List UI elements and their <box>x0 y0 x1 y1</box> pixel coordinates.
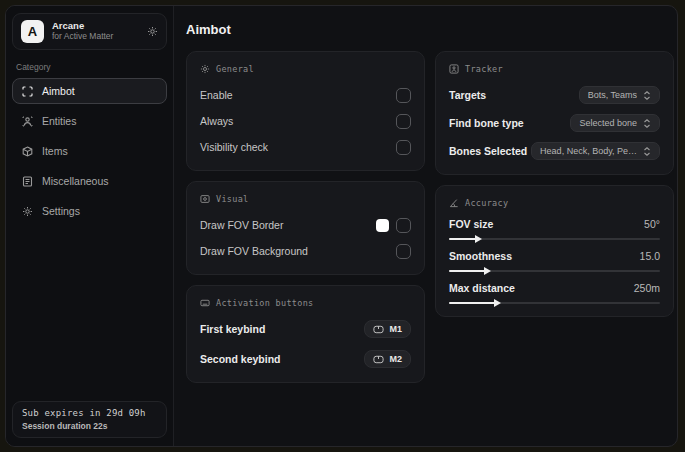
subscription-status: Sub expires in 29d 09h Session duration … <box>12 401 167 438</box>
brand-card: A Arcane for Active Matter <box>12 13 167 50</box>
sidebar-item-label: Aimbot <box>42 85 75 97</box>
enable-checkbox[interactable] <box>396 88 411 103</box>
fov-border-checkbox[interactable] <box>396 218 411 233</box>
panel-title: General <box>216 64 254 74</box>
first-keybind-button[interactable]: M1 <box>364 320 411 338</box>
setting-row-always: Always <box>200 110 411 132</box>
targets-dropdown[interactable]: Bots, Teams <box>579 86 660 104</box>
gear-icon <box>22 206 33 217</box>
slider-thumb[interactable] <box>484 267 491 275</box>
general-panel: General Enable Always Visibility check <box>186 51 425 171</box>
visibility-check-checkbox[interactable] <box>396 140 411 155</box>
scan-icon <box>22 86 33 97</box>
visual-panel: Visual Draw FOV Border Draw FOV Backgrou… <box>186 181 425 275</box>
slider-value: 15.0 <box>640 250 660 262</box>
sidebar-item-label: Settings <box>42 205 80 217</box>
fov-border-color-swatch[interactable] <box>376 219 389 232</box>
setting-row-fov-border: Draw FOV Border <box>200 214 411 236</box>
unfold-icon <box>643 119 651 128</box>
slider-value: 250m <box>634 282 660 294</box>
gear-icon <box>200 64 210 74</box>
slider-thumb[interactable] <box>494 299 501 307</box>
tracker-panel: Tracker Targets Bots, Teams <box>435 51 674 175</box>
fov-size-slider[interactable] <box>449 238 660 240</box>
setting-row-targets: Targets Bots, Teams <box>449 84 660 106</box>
slider-fill <box>449 270 485 272</box>
activation-panel: Activation buttons First keybind M1 <box>186 285 425 383</box>
setting-row-visibility-check: Visibility check <box>200 136 411 158</box>
eye-icon <box>200 194 210 204</box>
sidebar-item-miscellaneous[interactable]: Miscellaneous <box>12 168 167 194</box>
setting-row-first-keybind: First keybind M1 <box>200 318 411 340</box>
panel-title: Tracker <box>465 64 503 74</box>
setting-label: Draw FOV Background <box>200 245 308 257</box>
smoothness-slider[interactable] <box>449 270 660 272</box>
accuracy-panel: Accuracy FOV size 50° <box>435 185 674 317</box>
sub-expires-text: Sub expires in 29d 09h <box>22 408 157 418</box>
angle-icon <box>449 198 459 208</box>
page-title: Aimbot <box>186 22 674 37</box>
visual-panel-header: Visual <box>200 194 411 204</box>
sidebar-item-items[interactable]: Items <box>12 138 167 164</box>
fov-background-checkbox[interactable] <box>396 244 411 259</box>
setting-label: Find bone type <box>449 117 524 129</box>
setting-label: Smoothness <box>449 250 512 262</box>
main-content: Aimbot General Enable <box>174 6 678 446</box>
mouse-icon <box>373 355 384 364</box>
sidebar-item-label: Miscellaneous <box>42 175 109 187</box>
setting-row-bones-selected: Bones Selected Head, Neck, Body, Pe… <box>449 140 660 162</box>
dropdown-value: Bots, Teams <box>588 90 637 100</box>
setting-label: First keybind <box>200 323 265 335</box>
panel-title: Activation buttons <box>216 298 314 308</box>
tracker-panel-header: Tracker <box>449 64 660 74</box>
sidebar-item-settings[interactable]: Settings <box>12 198 167 224</box>
app-logo: A <box>21 20 44 43</box>
keybind-value: M2 <box>389 354 402 364</box>
sidebar-item-label: Entities <box>42 115 76 127</box>
always-checkbox[interactable] <box>396 114 411 129</box>
app-window: A Arcane for Active Matter Category <box>5 5 678 447</box>
cube-icon <box>22 146 33 157</box>
target-person-icon <box>449 64 459 74</box>
unfold-icon <box>643 147 651 156</box>
activation-panel-header: Activation buttons <box>200 298 411 308</box>
setting-label: Enable <box>200 89 233 101</box>
max-distance-slider-block: Max distance 250m <box>449 282 660 304</box>
fov-size-slider-block: FOV size 50° <box>449 218 660 240</box>
slider-fill <box>449 302 495 304</box>
find-bone-type-dropdown[interactable]: Selected bone <box>570 114 660 132</box>
sidebar-item-label: Items <box>42 145 68 157</box>
sidebar: A Arcane for Active Matter Category <box>6 6 174 446</box>
max-distance-slider[interactable] <box>449 302 660 304</box>
list-icon <box>22 176 33 187</box>
brand-text: Arcane for Active Matter <box>52 21 139 42</box>
keyboard-icon <box>200 298 210 308</box>
setting-label: Bones Selected <box>449 145 527 157</box>
app-subtitle: for Active Matter <box>52 32 139 42</box>
slider-value: 50° <box>644 218 660 230</box>
second-keybind-button[interactable]: M2 <box>364 350 411 368</box>
dropdown-value: Head, Neck, Body, Pe… <box>540 146 637 156</box>
sidebar-nav: Aimbot Entities <box>12 78 167 224</box>
panel-title: Accuracy <box>465 198 508 208</box>
slider-fill <box>449 238 476 240</box>
gear-icon[interactable] <box>147 26 158 37</box>
general-panel-header: General <box>200 64 411 74</box>
setting-label: Targets <box>449 89 486 101</box>
left-column: General Enable Always Visibility check <box>186 51 425 383</box>
setting-row-find-bone-type: Find bone type Selected bone <box>449 112 660 134</box>
right-column: Tracker Targets Bots, Teams <box>435 51 674 317</box>
panel-title: Visual <box>216 194 249 204</box>
setting-label: Max distance <box>449 282 515 294</box>
unfold-icon <box>643 91 651 100</box>
setting-row-enable: Enable <box>200 84 411 106</box>
bones-selected-dropdown[interactable]: Head, Neck, Body, Pe… <box>531 142 660 160</box>
slider-thumb[interactable] <box>475 235 482 243</box>
setting-row-second-keybind: Second keybind M2 <box>200 348 411 370</box>
session-duration-text: Session duration 22s <box>22 421 157 431</box>
sidebar-item-entities[interactable]: Entities <box>12 108 167 134</box>
setting-label: Draw FOV Border <box>200 219 283 231</box>
setting-label: Always <box>200 115 233 127</box>
sidebar-item-aimbot[interactable]: Aimbot <box>12 78 167 104</box>
setting-label: Visibility check <box>200 141 268 153</box>
